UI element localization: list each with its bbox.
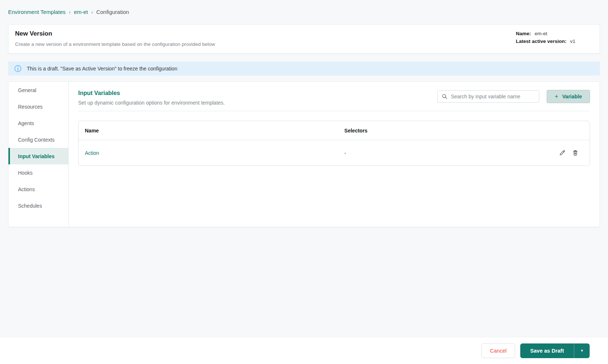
draft-info-text: This is a draft. "Save as Active Version… [27, 66, 177, 72]
new-version-header-card: New Version Create a new version of a en… [8, 24, 600, 54]
chevron-down-icon: ▾ [581, 348, 583, 353]
panel-header: Input Variables Set up dynamic configura… [78, 90, 590, 106]
panel-title-block: Input Variables Set up dynamic configura… [78, 90, 225, 106]
search-input[interactable] [451, 94, 535, 99]
action-footer: Cancel Save as Draft ▾ [0, 337, 608, 364]
input-variables-table: Name Selectors Action - [78, 121, 590, 166]
tab-actions[interactable]: Actions [8, 181, 68, 197]
input-variables-panel: Input Variables Set up dynamic configura… [69, 82, 600, 227]
tab-schedules[interactable]: Schedules [8, 197, 68, 214]
edit-variable-button[interactable] [559, 149, 566, 156]
breadcrumb-em-et[interactable]: em-et [74, 9, 88, 15]
template-name-label: Name: [516, 31, 531, 36]
page-title: New Version [15, 30, 215, 37]
template-name-value: em-et [535, 31, 547, 36]
plus-icon: + [555, 93, 558, 100]
add-variable-button[interactable]: + Variable [547, 90, 590, 103]
variable-name-cell: Action [79, 150, 344, 156]
template-name-row: Name: em-et [516, 31, 575, 36]
pencil-icon [559, 149, 566, 156]
page-subtitle: Create a new version of a environment te… [15, 41, 215, 47]
configuration-card: General Resources Agents Config Contexts… [8, 81, 600, 227]
panel-title: Input Variables [78, 90, 225, 97]
column-header-selectors: Selectors [344, 128, 590, 134]
table-row: Action - [79, 140, 590, 165]
breadcrumb: Environment Templates › em-et › Configur… [8, 0, 600, 15]
header-text-block: New Version Create a new version of a en… [15, 30, 215, 48]
panel-subtitle: Set up dynamic configuration options for… [78, 100, 225, 106]
delete-variable-button[interactable] [572, 149, 579, 156]
column-header-name: Name [79, 128, 344, 134]
panel-header-actions: + Variable [437, 90, 590, 103]
breadcrumb-environment-templates[interactable]: Environment Templates [8, 9, 65, 15]
tab-general[interactable]: General [8, 82, 68, 98]
tab-resources[interactable]: Resources [8, 98, 68, 115]
row-actions [559, 149, 590, 156]
page: Environment Templates › em-et › Configur… [0, 0, 608, 227]
draft-info-banner: ⓘ This is a draft. "Save as Active Versi… [8, 62, 600, 76]
add-variable-label: Variable [562, 94, 582, 99]
tab-hooks[interactable]: Hooks [8, 164, 68, 181]
config-section-tabs: General Resources Agents Config Contexts… [8, 82, 69, 227]
search-icon [442, 94, 448, 99]
variable-selectors-cell: - [344, 150, 559, 156]
template-meta: Name: em-et Latest active version: v1 [516, 30, 593, 48]
tab-input-variables[interactable]: Input Variables [8, 148, 68, 164]
tab-config-contexts[interactable]: Config Contexts [8, 131, 68, 148]
info-icon: ⓘ [14, 65, 21, 72]
breadcrumb-separator: › [69, 9, 70, 15]
breadcrumb-current: Configuration [96, 9, 129, 15]
save-button-group: Save as Draft ▾ [520, 343, 590, 358]
template-version-value: v1 [570, 39, 575, 44]
variable-name-link[interactable]: Action [85, 150, 99, 156]
cancel-button[interactable]: Cancel [481, 343, 515, 358]
save-options-dropdown-button[interactable]: ▾ [574, 343, 590, 358]
template-version-row: Latest active version: v1 [516, 39, 575, 44]
template-version-label: Latest active version: [516, 39, 567, 44]
breadcrumb-separator: › [91, 9, 93, 15]
panel-divider [78, 111, 590, 111]
save-as-draft-button[interactable]: Save as Draft [520, 343, 574, 358]
trash-icon [572, 149, 579, 156]
search-box[interactable] [437, 90, 539, 103]
tab-agents[interactable]: Agents [8, 115, 68, 131]
table-header-row: Name Selectors [79, 121, 590, 140]
